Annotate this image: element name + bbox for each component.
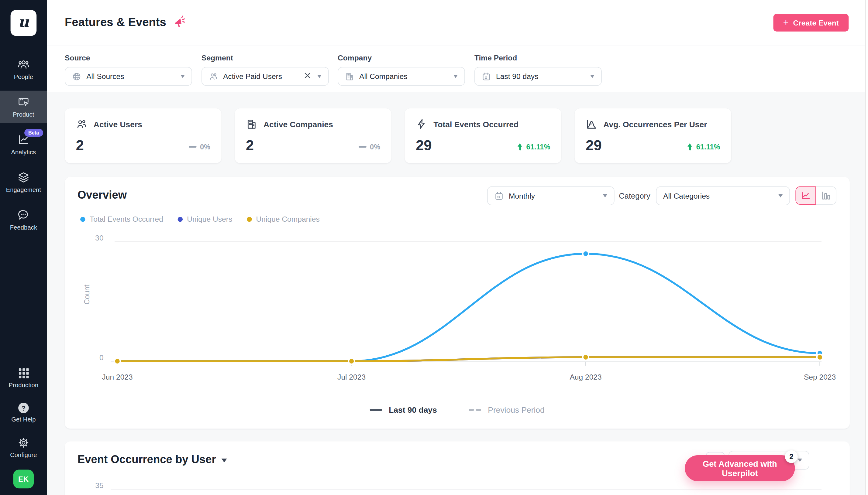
sidebar-item-label: Product xyxy=(13,111,34,118)
time-period-select[interactable]: Last 90 days xyxy=(474,67,602,86)
legend-item-unique-users[interactable]: Unique Users xyxy=(178,215,232,223)
source-select[interactable]: All Sources xyxy=(65,67,192,86)
filter-label: Company xyxy=(338,54,372,62)
legend-previous-period: Previous Period xyxy=(469,405,544,414)
x-axis-label: Sep 2023 xyxy=(792,373,847,381)
chart-series xyxy=(114,251,823,364)
get-advanced-button[interactable]: Get Advanced with Userpilot xyxy=(685,455,795,481)
sidebar-bottom: Production ? Get Help Configure EK xyxy=(0,363,47,495)
sidebar-item-label: Feedback xyxy=(10,224,37,231)
users-icon xyxy=(209,72,218,81)
stat-card-value: 2 xyxy=(246,137,254,154)
arrow-up-icon xyxy=(687,143,693,151)
event-occurrence-title[interactable]: Event Occurrence by User xyxy=(78,453,227,466)
stat-card-avg-occurrences: Avg. Occurrences Per User 29 61.11% xyxy=(575,108,731,163)
chevron-down-icon xyxy=(778,194,783,198)
stat-card-value: 29 xyxy=(416,137,432,154)
bar-chart-toggle-button[interactable] xyxy=(816,186,836,205)
dashed-line-icon xyxy=(469,409,481,411)
product-icon xyxy=(17,96,30,108)
legend-dot xyxy=(80,217,85,222)
sidebar-item-get-help[interactable]: ? Get Help xyxy=(0,398,47,428)
page-title: Features & Events xyxy=(65,15,187,29)
arrow-up-icon xyxy=(517,143,523,151)
help-icon: ? xyxy=(18,403,29,413)
x-axis-label: Jul 2023 xyxy=(324,373,379,381)
sidebar-item-feedback[interactable]: Feedback xyxy=(0,203,47,236)
engagement-icon xyxy=(17,171,30,184)
legend-dot xyxy=(247,217,252,222)
event-occurrence-panel: Event Occurrence by User 35 Get Advanced… xyxy=(65,442,850,495)
sidebar-item-label: Get Help xyxy=(11,416,36,423)
stat-card-delta: 61.11% xyxy=(517,143,550,151)
line-chart-icon xyxy=(801,190,811,201)
chart-legend: Total Events Occurred Unique Users Uniqu… xyxy=(80,215,320,223)
sidebar: u People Product Beta xyxy=(0,0,47,495)
category-select[interactable]: All Categories xyxy=(656,186,790,205)
y-axis-tick: 35 xyxy=(81,481,104,490)
logo-letter: u xyxy=(18,14,29,29)
chevron-down-icon xyxy=(181,75,185,78)
calendar-icon xyxy=(482,72,491,81)
overview-title: Overview xyxy=(78,189,127,201)
chevron-down-icon xyxy=(798,459,802,462)
sidebar-item-production[interactable]: Production xyxy=(0,363,47,393)
legend-item-unique-companies[interactable]: Unique Companies xyxy=(247,215,320,223)
minus-icon xyxy=(359,146,367,148)
user-avatar[interactable]: EK xyxy=(13,470,34,488)
legend-item-total-events[interactable]: Total Events Occurred xyxy=(80,215,163,223)
userpilot-logo[interactable]: u xyxy=(11,10,37,36)
megaphone-icon xyxy=(172,14,188,30)
legend-dot xyxy=(178,217,182,222)
minus-icon xyxy=(189,146,197,148)
category-label: Category xyxy=(619,191,650,200)
overview-line-chart[interactable] xyxy=(104,232,832,371)
stat-card-active-companies: Active Companies 2 0% xyxy=(235,108,391,163)
y-axis-tick-max: 30 xyxy=(81,234,104,242)
sidebar-item-engagement[interactable]: Engagement xyxy=(0,166,47,198)
plus-icon: + xyxy=(783,17,789,27)
sidebar-item-label: People xyxy=(14,73,33,80)
chart-type-toggle xyxy=(795,186,836,205)
solid-line-icon xyxy=(370,409,382,411)
x-axis-label: Aug 2023 xyxy=(558,373,613,381)
stat-card-delta: 0% xyxy=(359,143,381,151)
building-icon xyxy=(345,72,354,81)
line-chart-toggle-button[interactable] xyxy=(795,186,816,205)
vertical-scrollbar[interactable] xyxy=(865,0,868,495)
sidebar-item-configure[interactable]: Configure xyxy=(0,432,47,463)
sidebar-nav: People Product Beta Analytics xyxy=(0,53,47,236)
promo-badge-count[interactable]: 2 xyxy=(785,450,798,463)
y-axis-tick-min: 0 xyxy=(81,354,104,362)
stat-card-label: Total Events Occurred xyxy=(433,120,518,129)
userpilot-app: u People Product Beta xyxy=(0,0,868,495)
granularity-select[interactable]: Monthly xyxy=(487,186,615,205)
sidebar-item-people[interactable]: People xyxy=(0,53,47,85)
create-event-button[interactable]: + Create Event xyxy=(773,14,849,32)
sidebar-item-product[interactable]: Product xyxy=(0,91,47,123)
production-grid-icon xyxy=(18,368,29,379)
feedback-icon xyxy=(17,209,30,221)
overview-panel: Overview Monthly Category All Categories xyxy=(65,177,850,429)
stat-card-active-users: Active Users 2 0% xyxy=(65,108,221,163)
chevron-down-icon xyxy=(603,194,607,198)
filter-label: Time Period xyxy=(474,54,517,62)
gridline xyxy=(111,489,821,490)
stat-card-delta: 0% xyxy=(189,143,210,151)
stat-card-value: 29 xyxy=(586,137,602,154)
bar-chart-icon xyxy=(821,190,831,201)
filter-label: Source xyxy=(65,54,90,62)
bell-curve-icon xyxy=(586,118,597,130)
clear-segment-icon[interactable] xyxy=(304,71,311,81)
comparison-legend: Last 90 days Previous Period xyxy=(65,405,850,414)
segment-select[interactable]: Active Paid Users xyxy=(201,67,329,86)
stat-card-total-events: Total Events Occurred 29 61.11% xyxy=(404,108,561,163)
screen: u People Product Beta xyxy=(0,0,868,495)
filter-bar: Source All Sources Segment Active Paid U… xyxy=(47,45,868,92)
stat-card-label: Active Users xyxy=(94,120,142,129)
sidebar-item-analytics[interactable]: Beta Analytics xyxy=(0,129,47,161)
calendar-icon xyxy=(495,191,504,201)
company-select[interactable]: All Companies xyxy=(338,67,465,86)
legend-current-period: Last 90 days xyxy=(370,405,437,414)
stat-card-label: Active Companies xyxy=(264,120,333,129)
